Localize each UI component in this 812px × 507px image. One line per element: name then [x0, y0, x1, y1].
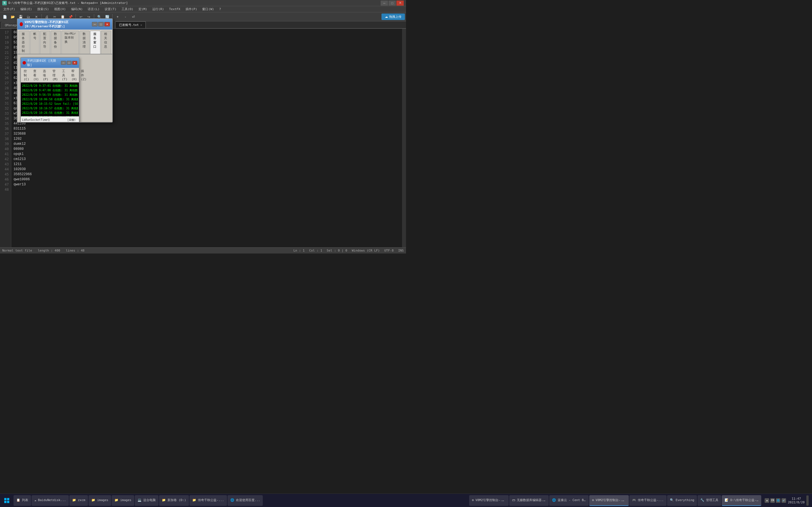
new-btn[interactable]: 📄	[1, 13, 8, 20]
menu-macro[interactable]: 宏(M)	[136, 6, 149, 12]
line-num: 17	[2, 30, 9, 35]
line-num: 39	[2, 142, 9, 147]
console-line-4: 2022/8/20 10:06:58 在线数: 31 离线数: 31 假人数: …	[22, 97, 78, 102]
sub-close[interactable]: ✕	[72, 61, 77, 65]
status-ln: Ln : 1	[294, 249, 305, 252]
console-line-6: 2022/8/20 10:16:57 在线数: 31 离线数: 31 假人数: …	[22, 106, 78, 111]
close-button[interactable]: ✕	[396, 1, 404, 6]
sub-menu-help[interactable]: 帮助(H)	[70, 68, 79, 82]
line-num: 30	[2, 96, 9, 101]
wordwrap-btn[interactable]: ⏎	[130, 13, 137, 20]
v8m2-tab-server[interactable]: 服务器控制	[18, 31, 30, 54]
menu-bar: 文件(F) 编辑(E) 搜索(S) 视图(V) 编码(N) 语言(L) 设置(T…	[0, 6, 406, 12]
upload-label: 拖拽上传	[389, 15, 402, 19]
menu-encoding[interactable]: 编码(N)	[69, 6, 85, 12]
line-num: 26	[2, 75, 9, 80]
line-num: 46	[2, 177, 9, 182]
sub-menu-manage[interactable]: 管理(M)	[51, 68, 60, 82]
v8m2-tab-hermir[interactable]: HerMir版本转换	[61, 31, 79, 54]
minimize-button[interactable]: ─	[380, 1, 388, 6]
console-line-1: 2022/8/20 9:37:01 在线数: 31 离线数: 31 假人数: 0	[22, 83, 78, 88]
status-right: Ln : 1 Col : 1 Sel : 0 | 0 Windows (CR L…	[294, 249, 404, 252]
v8m2-close[interactable]: ✕	[104, 22, 110, 26]
zoom-out-btn[interactable]: -	[122, 13, 129, 20]
sub-titlebar: 不朽沉默01区 [无限版] ─ □ ✕	[21, 58, 79, 68]
line-num: 18	[2, 35, 9, 40]
menu-window[interactable]: 窗口(W)	[200, 6, 216, 12]
sub-maximize[interactable]: □	[66, 61, 71, 65]
line-num: 37	[2, 131, 9, 136]
menu-edit[interactable]: 编辑(E)	[18, 6, 35, 12]
status-lineending: Windows (CR LF)	[352, 249, 380, 252]
line-num: 43	[2, 162, 9, 167]
menu-search[interactable]: 搜索(S)	[35, 6, 51, 12]
line-num: 44	[2, 167, 9, 172]
line-num: 42	[2, 157, 9, 162]
status-encoding: UTF-8	[384, 249, 394, 252]
menu-plugins[interactable]: 插件(P)	[183, 6, 200, 12]
line-num: 41	[2, 152, 9, 157]
line-num: 25	[2, 70, 9, 75]
upload-button[interactable]: ☁ 拖拽上传	[382, 13, 405, 20]
v8m2-tab-backup[interactable]: 数据备份	[51, 31, 61, 54]
sub-title-text: 不朽沉默01区 [无限版]	[27, 59, 61, 67]
status-lines: lines : 48	[66, 249, 84, 252]
zoom-in-btn[interactable]: +	[114, 13, 121, 20]
line-num: 40	[2, 147, 9, 152]
tab-yifa[interactable]: 已发账号.txt ✕	[115, 21, 146, 28]
line-num: 34	[2, 116, 9, 121]
toolbar-right: ☁ 拖拽上传	[382, 13, 405, 20]
line-num: 28	[2, 86, 9, 91]
sub-window: 不朽沉默01区 [无限版] ─ □ ✕ 控制(C) 查看(V) 选项(P) 管理…	[20, 57, 80, 122]
menu-language[interactable]: 语言(L)	[86, 6, 102, 12]
v8m2-icon	[20, 22, 23, 26]
vertical-scrollbar[interactable]	[402, 29, 406, 247]
sub-minimize[interactable]: ─	[61, 61, 66, 65]
v8m2-tab-info[interactable]: 相关信息	[101, 31, 111, 54]
title-bar-left: N D:\传奇千秋公益-不朽沉默01区\已发账号.txt - Notepad++…	[2, 1, 128, 5]
menu-tools[interactable]: 工具(O)	[119, 6, 136, 12]
line-num: 32	[2, 106, 9, 111]
line-num: 22	[2, 55, 9, 60]
v8m2-tab-config[interactable]: 配置向导	[40, 31, 50, 54]
menu-textfx[interactable]: TextFX	[167, 7, 183, 11]
sub-menu-view[interactable]: 查看(V)	[32, 68, 41, 82]
menu-settings[interactable]: 设置(T)	[102, 6, 119, 12]
console-line-2: 2022/8/20 9:47:00 在线数: 31 离线数: 31 假人数: 0	[22, 88, 78, 93]
line-num: 35	[2, 121, 9, 126]
title-controls: ─ □ ✕	[380, 1, 404, 6]
line-num: 38	[2, 136, 9, 142]
engine-info: 引擎:282:20:48 [刷][F]	[47, 118, 67, 122]
maximize-button[interactable]: □	[389, 1, 396, 6]
console-line-8: 2022/8/20 10:36:55 在线数: 31 离线数: 31 假人数: …	[22, 115, 78, 116]
status-row-1: LbRunSocketTime 引擎:282:20:48 [刷][F] [刷帧:…	[22, 118, 78, 122]
sub-menu-plugins[interactable]: 插件(Z)	[79, 68, 88, 82]
status-bar: Normal text file length : 400 lines : 48…	[0, 247, 406, 253]
menu-help[interactable]: ?	[217, 7, 223, 11]
menu-view[interactable]: 视图(V)	[52, 6, 68, 12]
sub-menu-control[interactable]: 控制(C)	[22, 68, 31, 82]
line-num: 29	[2, 91, 9, 96]
line-num: 45	[2, 172, 9, 177]
v8m2-tab-account[interactable]: 帐号	[30, 31, 40, 54]
open-btn[interactable]: 📂	[9, 13, 16, 20]
line-num: 36	[2, 126, 9, 131]
v8m2-maximize[interactable]: □	[98, 22, 104, 26]
menu-run[interactable]: 运行(R)	[150, 6, 166, 12]
line-num: 20	[2, 45, 9, 50]
menu-file[interactable]: 文件(F)	[1, 6, 17, 12]
line-num: 31	[2, 101, 9, 106]
status-filetype: Normal text file	[2, 249, 32, 252]
v8m2-tab-clean[interactable]: 数据清理	[80, 31, 90, 54]
sub-menu-tools[interactable]: 工具(T)	[60, 68, 69, 82]
v8m2-minimize[interactable]: ─	[92, 22, 98, 26]
tab-yifa-label: 已发账号.txt	[119, 23, 139, 27]
status-col: Col : 1	[309, 249, 322, 252]
v8m2-window: V8M2引擎控制台-不朽沉默01区 [D:\Mirserver不朽沉默\] ─ …	[17, 18, 113, 122]
sub-menu-options[interactable]: 选项(P)	[41, 68, 50, 82]
line-num: 24	[2, 65, 9, 70]
tab-yifa-close[interactable]: ✕	[140, 23, 142, 26]
v8m2-tab-service[interactable]: 服务窗口	[90, 31, 100, 54]
upload-icon: ☁	[385, 15, 388, 18]
v8m2-title-left: V8M2引擎控制台-不朽沉默01区 [D:\Mirserver不朽沉默\]	[20, 20, 92, 29]
